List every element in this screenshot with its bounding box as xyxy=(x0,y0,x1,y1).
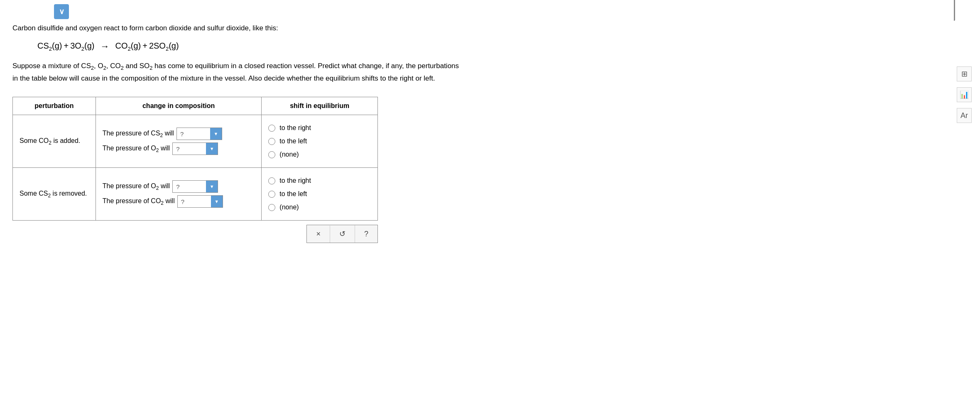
radio-text-left-1: to the left xyxy=(279,138,307,145)
equation-right: CO2(g) + 2SO2(g) xyxy=(115,41,179,52)
radio-text-right-1: to the right xyxy=(279,124,311,132)
dropdown-arrow-1a[interactable] xyxy=(210,128,222,140)
dropdown-wrapper-2b[interactable] xyxy=(177,195,223,208)
dropdown-input-1a[interactable] xyxy=(177,129,210,139)
perturbation-cell-2: Some CS2 is removed. xyxy=(13,168,96,221)
reaction-arrow: → xyxy=(100,41,110,52)
dropdown-arrow-2b[interactable] xyxy=(211,196,223,207)
equation-left: CS2(g) + 3O2(g) xyxy=(37,41,95,52)
radio-label-right-2[interactable]: to the right xyxy=(268,177,371,184)
close-button[interactable]: × xyxy=(307,226,330,243)
equilibrium-cell-1: to the right to the left (none) xyxy=(262,115,378,168)
radio-label-left-2[interactable]: to the left xyxy=(268,190,371,198)
radio-right-2[interactable] xyxy=(268,177,275,184)
composition-cell-1: The pressure of CS2 will The pressure of… xyxy=(96,115,262,168)
radio-text-right-2: to the right xyxy=(279,177,311,184)
action-buttons-group: × ↺ ? xyxy=(306,225,378,243)
table-row: Some CO2 is added. The pressure of CS2 w… xyxy=(13,115,378,168)
composition-row-2b: The pressure of CO2 will xyxy=(103,195,255,208)
radio-label-none-2[interactable]: (none) xyxy=(268,204,371,211)
header-equilibrium: shift in equilibrium xyxy=(262,97,378,115)
composition-row-2a: The pressure of O2 will xyxy=(103,180,255,193)
perturbation-cell-1: Some CO2 is added. xyxy=(13,115,96,168)
dropdown-input-2a[interactable] xyxy=(173,182,206,192)
equilibrium-cell-2: to the right to the left (none) xyxy=(262,168,378,221)
composition-cell-2: The pressure of O2 will The pressure of … xyxy=(96,168,262,221)
equilibrium-table: perturbation change in composition shift… xyxy=(12,97,378,221)
description-block: Suppose a mixture of CS2, O2, CO2 and SO… xyxy=(12,60,569,85)
radio-none-1[interactable] xyxy=(268,151,275,158)
composition-row-1b: The pressure of O2 will xyxy=(103,142,255,155)
pressure-label-2a: The pressure of O2 will xyxy=(103,182,170,191)
dropdown-wrapper-2a[interactable] xyxy=(172,180,218,193)
reset-button[interactable]: ↺ xyxy=(330,225,355,243)
radio-text-none-1: (none) xyxy=(279,151,299,158)
radio-label-none-1[interactable]: (none) xyxy=(268,151,371,158)
radio-right-1[interactable] xyxy=(268,125,275,132)
radio-group-1: to the right to the left (none) xyxy=(268,119,371,163)
radio-none-2[interactable] xyxy=(268,204,275,211)
pressure-label-1b: The pressure of O2 will xyxy=(103,145,170,153)
dropdown-input-2b[interactable] xyxy=(178,196,211,207)
dropdown-wrapper-1a[interactable] xyxy=(176,128,222,140)
pressure-label-1a: The pressure of CS2 will xyxy=(103,130,174,138)
dropdown-arrow-2a[interactable] xyxy=(206,181,218,192)
radio-text-left-2: to the left xyxy=(279,190,307,198)
chemical-equation: CS2(g) + 3O2(g) → CO2(g) + 2SO2(g) xyxy=(37,41,569,52)
help-button[interactable]: ? xyxy=(355,226,377,243)
action-bar: × ↺ ? xyxy=(12,225,378,243)
description-line1: Suppose a mixture of CS2, O2, CO2 and SO… xyxy=(12,62,459,70)
dropdown-arrow-1b[interactable] xyxy=(206,143,218,155)
pressure-label-2b: The pressure of CO2 will xyxy=(103,197,175,206)
radio-text-none-2: (none) xyxy=(279,204,299,211)
header-composition: change in composition xyxy=(96,97,262,115)
intro-text: Carbon disulfide and oxygen react to for… xyxy=(12,23,569,34)
radio-label-right-1[interactable]: to the right xyxy=(268,124,371,132)
dropdown-wrapper-1b[interactable] xyxy=(172,142,218,155)
composition-row-1a: The pressure of CS2 will xyxy=(103,128,255,140)
header-perturbation: perturbation xyxy=(13,97,96,115)
dropdown-input-1b[interactable] xyxy=(173,144,206,154)
radio-label-left-1[interactable]: to the left xyxy=(268,138,371,145)
description-line2: in the table below will cause in the com… xyxy=(12,74,435,82)
radio-left-1[interactable] xyxy=(268,138,275,145)
top-chevron-button[interactable] xyxy=(54,4,69,19)
radio-left-2[interactable] xyxy=(268,191,275,198)
table-row: Some CS2 is removed. The pressure of O2 … xyxy=(13,168,378,221)
radio-group-2: to the right to the left (none) xyxy=(268,172,371,216)
